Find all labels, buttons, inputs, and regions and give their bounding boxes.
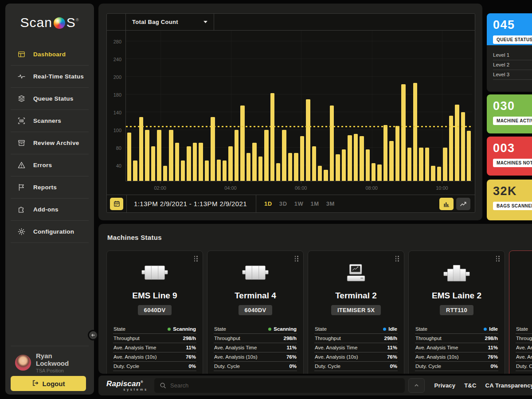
sidebar-item-errors[interactable]: Errors — [11, 154, 89, 176]
machine-stat-row: StateIdle — [415, 325, 498, 334]
bar — [342, 149, 346, 181]
sidebar-collapse-button[interactable] — [88, 330, 98, 340]
machine-card: Terminal 4 6040DV StateScanningThroughpu… — [207, 250, 304, 374]
queue-levels: Level 1Level 2Level 3 — [487, 45, 532, 92]
sidebar-item-reports[interactable]: Reports — [11, 176, 89, 199]
stat-value: 11% — [186, 345, 196, 350]
bar — [389, 141, 393, 181]
machine-name: EMS Laine 2 — [415, 291, 498, 302]
stat-value: 298/h — [485, 336, 498, 341]
bar — [223, 160, 227, 181]
stat-label: Ave. Analysis (10s) — [315, 354, 358, 360]
state-dot-icon — [383, 328, 386, 331]
bar — [181, 160, 185, 181]
queue-count: 045 — [493, 18, 532, 32]
realtime-icon — [18, 73, 26, 81]
bar — [431, 166, 435, 181]
stat-value: 76% — [286, 354, 297, 360]
sidebar-item-queue-status[interactable]: Queue Status — [11, 88, 89, 110]
registered-mark: ® — [76, 18, 79, 22]
stat-label: Throughput — [315, 336, 341, 341]
stat-value: Idle — [484, 326, 498, 332]
bar — [377, 164, 381, 181]
drag-handle-icon[interactable] — [395, 256, 399, 262]
range-button-1d[interactable]: 1D — [264, 200, 272, 207]
range-button-3d[interactable]: 3D — [279, 200, 287, 207]
bar — [366, 149, 370, 181]
bar — [383, 125, 387, 181]
stat-value: Scanning — [268, 326, 297, 332]
plot — [125, 31, 472, 181]
drag-handle-icon[interactable] — [194, 256, 198, 262]
bar — [461, 112, 465, 181]
logo-sphere-icon — [54, 17, 65, 29]
search-input[interactable] — [170, 382, 399, 389]
footer-link-privacy[interactable]: Privacy — [434, 382, 456, 389]
x-tick-label: 08:00 — [365, 185, 378, 191]
bar — [127, 133, 131, 181]
drag-handle-icon[interactable] — [295, 256, 299, 262]
bar — [169, 130, 173, 181]
range-button-1w[interactable]: 1W — [294, 200, 304, 207]
range-button-3m[interactable]: 3M — [326, 200, 335, 207]
machine-stat-row: Ave. Analysis (10s)76% — [214, 352, 297, 362]
stat-value: 76% — [488, 354, 498, 360]
date-range[interactable]: 1:13PM 2/9/2021 - 1:13PM 2/9/2021 — [127, 195, 256, 212]
rapiscan-logo: Rapiscan® systems — [106, 380, 149, 391]
stat-label: State — [214, 326, 226, 332]
stat-label: State — [415, 326, 427, 332]
machine-name: Terminal 4 — [214, 291, 297, 302]
footer-link-t-c[interactable]: T&C — [464, 382, 476, 389]
bar — [449, 116, 453, 181]
machine-stat-row: Throughput298/h — [214, 334, 297, 343]
bar — [300, 136, 304, 181]
calendar-button[interactable] — [110, 198, 123, 210]
stat-label: Ave. Analysis Time — [113, 345, 156, 350]
footer-link-ca-transparency[interactable]: CA Transparency — [485, 382, 532, 389]
line-chart-icon — [460, 200, 467, 207]
errors-icon — [18, 161, 26, 169]
metric-dropdown[interactable]: Total Bag Count — [125, 14, 214, 30]
bar-chart-toggle[interactable] — [439, 198, 454, 210]
machine-stat-row: Duty. Cycle — [516, 362, 532, 371]
y-tick-label: 140 — [113, 110, 121, 115]
machine-name: EMS Line 9 — [113, 291, 196, 302]
sidebar-item-real-time-status[interactable]: Real-Time Status — [11, 66, 89, 88]
x-tick — [301, 181, 301, 184]
state-dot-icon — [168, 328, 171, 331]
machine-icon — [214, 263, 297, 286]
line-chart-toggle[interactable] — [456, 198, 470, 210]
stat-value: 11% — [287, 345, 297, 350]
bar — [413, 83, 417, 181]
machine-stat-row: Ave. Analysis (10s) — [516, 352, 532, 362]
range-button-1m[interactable]: 1M — [310, 200, 319, 207]
sidebar-item-add-ons[interactable]: Add-ons — [11, 199, 89, 221]
bar — [330, 106, 334, 181]
stat-label: Throughput — [214, 336, 240, 341]
machines-status-panel: Machines Status EMS Line 9 6040DV StateS… — [98, 224, 532, 374]
sidebar-item-scanners[interactable]: Scanners — [11, 110, 89, 132]
x-tick-label: 10:00 — [436, 185, 448, 191]
machine-card: Terminal 2 ITEMISER 5X StateIdleThroughp… — [308, 250, 404, 374]
queue-level-row: Level 3 — [493, 70, 532, 80]
machine-stat-row: Duty. Cycle0% — [113, 362, 196, 371]
sidebar-item-review-archive[interactable]: Review Archive — [11, 132, 89, 154]
y-axis: 2802402001801401008040 — [107, 31, 125, 181]
machine-stat-row: Throughput298/h — [415, 334, 498, 343]
collapse-footer-button[interactable] — [408, 378, 425, 393]
range-selector: 1D3D1W1M3M — [256, 200, 335, 207]
logout-button[interactable]: Logout — [11, 376, 86, 391]
chevron-down-icon — [203, 20, 207, 23]
sidebar-item-dashboard[interactable]: Dashboard — [11, 43, 89, 66]
sidebar-item-configuration[interactable]: Configuration — [11, 221, 89, 243]
bar — [163, 166, 167, 181]
sidebar: Scan S ® DashboardReal-Time StatusQueue … — [5, 4, 94, 395]
calendar-icon — [113, 200, 120, 207]
bar — [240, 106, 244, 181]
drag-handle-icon[interactable] — [496, 256, 500, 262]
stat-value: 0% — [188, 364, 196, 369]
y-tick-label: 80 — [116, 145, 121, 151]
bags-scanned-badge: BAGS SCANNED — [493, 202, 532, 210]
stat-label: Throughput — [516, 336, 532, 341]
bags-scanned-count: 32K — [493, 184, 532, 198]
